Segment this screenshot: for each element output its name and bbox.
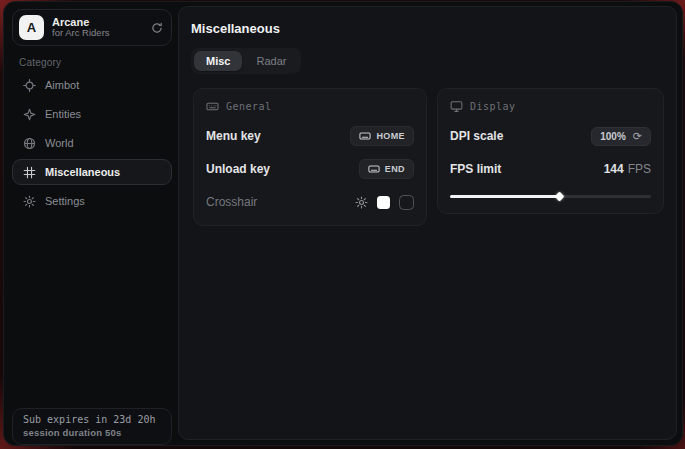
menu-key-row: Menu key HOME (206, 126, 414, 146)
general-card-title: General (226, 101, 272, 112)
general-card: General Menu key HOME Unload key (193, 88, 427, 226)
sidebar-item-label: Settings (45, 195, 85, 207)
unload-key-button[interactable]: END (359, 159, 414, 179)
keyboard-icon (359, 130, 371, 142)
display-card: Display DPI scale 100% ⟳ FPS limit 144 F… (437, 88, 664, 214)
tab-radar[interactable]: Radar (244, 51, 298, 71)
refresh-icon[interactable] (151, 22, 163, 34)
crosshair-controls (355, 195, 414, 210)
app-subtitle: for Arc Riders (52, 28, 151, 39)
crosshair-label: Crosshair (206, 195, 257, 209)
globe-icon (23, 137, 36, 150)
fps-slider-thumb[interactable] (554, 192, 564, 202)
gear-icon (23, 195, 36, 208)
keyboard-icon (206, 100, 219, 113)
fps-limit-value-group: 144 FPS (604, 162, 651, 176)
brand-text: Arcane for Arc Riders (52, 16, 151, 40)
grid-icon (23, 166, 36, 179)
fps-slider[interactable] (450, 192, 651, 200)
sidebar-item-label: World (45, 137, 74, 149)
app-logo: A (19, 15, 44, 40)
unload-key-row: Unload key END (206, 159, 414, 179)
main-panel: Miscellaneous Misc Radar General Menu ke… (178, 6, 677, 440)
sidebar-item-settings[interactable]: Settings (12, 188, 172, 214)
cards-row: General Menu key HOME Unload key (193, 88, 664, 226)
page-title: Miscellaneous (191, 21, 664, 36)
category-label: Category (19, 57, 61, 68)
dpi-scale-label: DPI scale (450, 129, 503, 143)
session-duration-text: session duration 50s (23, 427, 161, 438)
fps-limit-row: FPS limit 144 FPS (450, 159, 651, 179)
menu-key-button[interactable]: HOME (350, 126, 414, 146)
subscription-card: Sub expires in 23d 20h session duration … (12, 408, 172, 445)
crosshair-row: Crosshair (206, 192, 414, 212)
general-card-header: General (206, 100, 414, 113)
fps-slider-fill (450, 195, 559, 198)
sidebar-item-entities[interactable]: Entities (12, 101, 172, 127)
display-card-title: Display (470, 101, 516, 112)
sidebar-item-label: Aimbot (45, 79, 79, 91)
menu-key-value: HOME (376, 131, 405, 141)
unload-key-label: Unload key (206, 162, 270, 176)
monitor-icon (450, 100, 463, 113)
brand-card: A Arcane for Arc Riders (12, 9, 172, 46)
unload-key-value: END (385, 164, 405, 174)
menu-key-label: Menu key (206, 129, 261, 143)
app-window: A Arcane for Arc Riders Category Aimbot (3, 1, 683, 446)
tab-misc[interactable]: Misc (194, 51, 242, 71)
sparkle-icon (23, 108, 36, 121)
fps-limit-unit: FPS (628, 162, 651, 176)
tab-strip: Misc Radar (191, 48, 301, 74)
sidebar-nav: Aimbot Entities World (12, 72, 172, 214)
display-card-header: Display (450, 100, 651, 113)
sidebar-item-aimbot[interactable]: Aimbot (12, 72, 172, 98)
crosshair-icon (23, 79, 36, 92)
crosshair-checkbox[interactable] (399, 195, 414, 210)
dpi-scale-row: DPI scale 100% ⟳ (450, 126, 651, 146)
sidebar-item-miscellaneous[interactable]: Miscellaneous (12, 159, 172, 185)
cycle-icon: ⟳ (633, 131, 642, 142)
sidebar-item-label: Entities (45, 108, 81, 120)
fps-limit-label: FPS limit (450, 162, 501, 176)
fps-limit-value: 144 (604, 162, 624, 176)
dpi-scale-control[interactable]: 100% ⟳ (591, 127, 651, 146)
sidebar-item-label: Miscellaneous (45, 166, 120, 178)
crosshair-settings-gear-icon[interactable] (355, 196, 368, 209)
sub-expiry-text: Sub expires in 23d 20h (23, 414, 161, 425)
sidebar: A Arcane for Arc Riders Category Aimbot (4, 2, 180, 445)
crosshair-color-swatch[interactable] (377, 196, 390, 209)
sidebar-item-world[interactable]: World (12, 130, 172, 156)
dpi-scale-value: 100% (600, 131, 626, 142)
keyboard-icon (368, 163, 380, 175)
